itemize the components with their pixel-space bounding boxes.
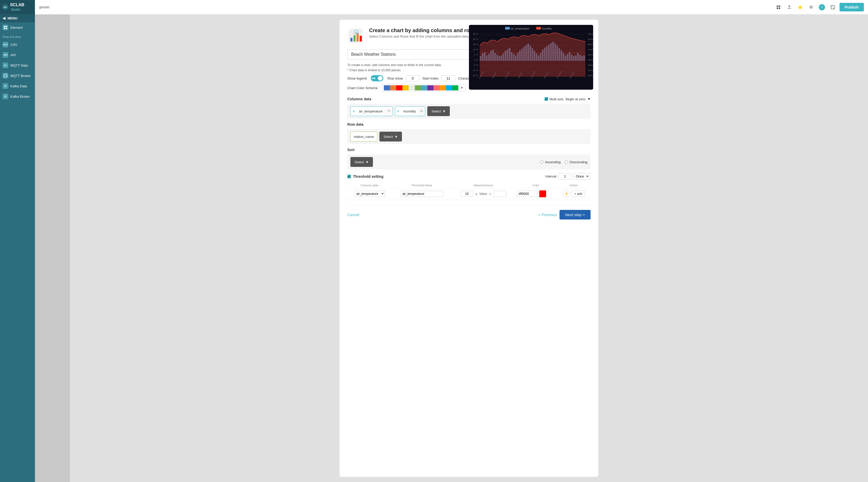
threshold-num-input[interactable] [460,191,473,197]
svg-text:10 °C: 10 °C [473,49,478,51]
color-swatch-button[interactable] [539,190,546,197]
threshold-checkbox[interactable] [347,175,351,178]
threshold-col-select[interactable]: air_temperature [354,191,385,197]
svg-rect-9 [777,7,778,9]
svg-rect-3 [6,26,7,27]
menu-label: MENU [7,16,17,20]
color-text-input[interactable] [517,191,537,197]
svg-text:0 °C: 0 °C [474,59,478,61]
color-scheme-picker[interactable]: ▼ [381,84,466,92]
threshold-value-label: Value [479,192,487,196]
threshold-op2: < [488,192,492,196]
topbar-settings-icon[interactable]: ⚙ [807,3,815,11]
sidebar-item-element[interactable]: Element [0,22,35,33]
publish-button[interactable]: Publish [840,3,864,11]
header-text: Create a chart by adding columns and row… [369,27,478,38]
menu-back-arrow[interactable]: ◀ [3,16,5,20]
svg-text:70 %: 70 % [588,49,593,51]
columns-select-button[interactable]: Select ▼ [427,106,450,116]
svg-text:40 %: 40 % [588,64,593,66]
ascending-radio[interactable] [540,161,544,164]
next-step-button[interactable]: Next step > [559,210,591,220]
chart-preview: air_temperature humidity 25 °C 20 °C 15 … [469,25,593,90]
interval-label: Interval [545,174,556,178]
logo-studio: Studio [11,7,21,11]
sidebar-item-api[interactable]: API API [0,50,35,60]
threshold-name-input[interactable] [400,191,443,197]
sidebar: SC SCLAB Studio ◀ MENU Element Drag and … [0,0,35,482]
topbar-expand-icon[interactable] [829,3,837,11]
sidebar-item-kafka-broker[interactable]: K Kafka Broker [0,91,35,102]
show-legend-toggle[interactable]: ON [371,75,383,81]
row-data-title: Row data [347,122,363,126]
threshold-max-input[interactable] [493,191,506,197]
col2-name: humidity [401,109,418,113]
csv-icon: CSV [3,42,8,48]
sclab-logo-icon: SC [2,3,8,10]
threshold-action-icon[interactable]: ⚡ [563,190,570,197]
columns-select-label: Select [431,109,441,113]
color-swatch-10 [440,85,446,90]
begin-zero-dropdown-arrow[interactable]: ▼ [587,97,591,101]
svg-rect-7 [777,5,778,7]
color-swatch-8 [427,85,433,90]
threshold-action-cell: ⚡ + add [557,189,591,199]
row-field-row: station_name Select ▼ [347,129,591,144]
col2-unit: % [418,107,425,116]
svg-text:air_temperature: air_temperature [511,27,529,30]
sidebar-item-csv[interactable]: CSV CSV [0,39,35,50]
color-swatch-6 [415,85,421,90]
svg-text:humidity: humidity [542,27,552,30]
sort-row: Select ▼ Ascending Descending [347,154,591,169]
add-threshold-button[interactable]: + add [571,191,585,197]
descending-radio-label[interactable]: Descending [565,160,587,164]
threshold-label-group: Threshold setting [347,174,383,178]
th-color: Color [515,182,557,189]
interval-input[interactable] [558,173,571,179]
svg-text:-10 °C: -10 °C [472,69,478,72]
row-show-label: Row show [388,77,403,80]
ascending-radio-label[interactable]: Ascending [540,160,561,164]
once-select[interactable]: Once [574,173,591,179]
color-swatch-3 [396,85,402,90]
color-input-wrap [517,190,555,197]
columns-data-title: Columns data [347,97,371,101]
descending-radio[interactable] [565,161,568,164]
color-swatch-1 [384,85,390,90]
svg-rect-105 [350,38,352,41]
columns-field-row: # air_temperature ℃ # humidity % Select … [347,104,591,119]
sort-radios: Ascending Descending [540,160,587,164]
row-show-input[interactable] [406,76,420,81]
cancel-button[interactable]: Cancel [347,212,360,217]
drag-drop-label: Drag and drop [0,33,35,39]
topbar-icon-1[interactable] [774,3,783,11]
sidebar-item-mqtt-broker[interactable]: MQTT Broker [0,70,35,81]
row-select-button[interactable]: Select ▼ [379,132,402,141]
sidebar-item-mqtt-data[interactable]: IOT MQTT Data [0,60,35,70]
element-icon [3,25,8,30]
columns-section-header: Columns data Multi axis Begin at zero ▼ [347,97,591,101]
col1-unit: ℃ [385,107,393,116]
th-columns-data: Columns data [347,182,392,189]
main-content: air_temperature humidity 25 °C 20 °C 15 … [70,15,868,482]
svg-text:25 °C: 25 °C [473,33,478,35]
topbar-upload-icon[interactable] [785,3,794,11]
sort-select-button[interactable]: Select ▼ [350,157,373,167]
sidebar-element-label: Element [10,26,23,30]
humidity-chip: # humidity % [395,106,426,116]
multi-axis-checkbox[interactable] [545,97,548,101]
show-legend-label: Show legend [347,77,367,80]
kafka-data-icon: K [3,83,8,89]
menu-header[interactable]: ◀ MENU [0,14,35,22]
sidebar-item-kafka-data[interactable]: K Kafka Data [0,81,35,91]
station-name-chip: station_name [350,132,377,141]
topbar-star-icon[interactable]: ⭐ [796,3,804,11]
start-index-input[interactable] [441,76,456,81]
multi-axis-checkbox-label[interactable]: Multi axis [545,97,563,101]
svg-rect-13 [505,27,510,30]
previous-button[interactable]: < Previous [538,212,557,217]
descending-label: Descending [569,160,587,164]
topbar-avatar-icon[interactable]: U [818,3,826,11]
mqtt-broker-label: MQTT Broker [10,74,31,78]
threshold-col-cell: air_temperature [347,189,392,199]
